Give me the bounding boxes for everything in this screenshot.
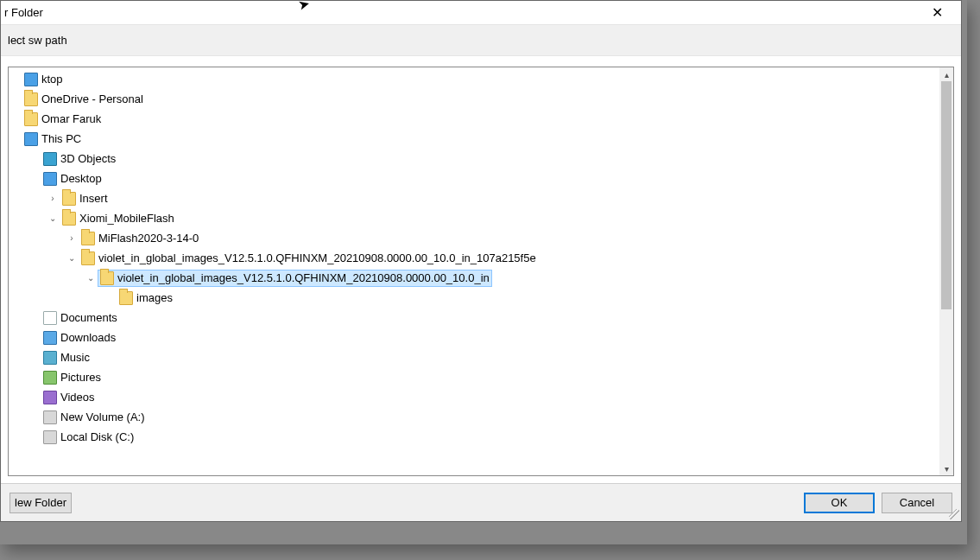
tree-item-hit[interactable]: OneDrive - Personal [22, 92, 145, 107]
tree-vol-c[interactable]: Local Disk (C:) [9, 427, 939, 447]
scroll-up-icon[interactable]: ▴ [939, 67, 953, 81]
folder-icon [24, 112, 38, 126]
tree-item-hit[interactable]: ktop [22, 72, 65, 87]
tree-xiomi[interactable]: ⌄Xiomi_MobileFlash [9, 208, 939, 228]
tree-item-label: Videos [60, 391, 95, 404]
folder-icon [24, 92, 38, 106]
tree-vol-a[interactable]: New Volume (A:) [9, 407, 939, 427]
tree-user[interactable]: Omar Faruk [9, 109, 939, 129]
tree-item-hit[interactable]: Videos [41, 390, 97, 405]
tree-item-hit[interactable]: Downloads [41, 330, 117, 346]
tree-item-hit[interactable]: MiFlash2020-3-14-0 [79, 231, 200, 246]
dialog-title: r Folder [4, 6, 920, 19]
tree-onedrive[interactable]: OneDrive - Personal [9, 89, 939, 109]
expander-icon[interactable]: › [47, 193, 59, 205]
close-icon: ✕ [932, 4, 943, 21]
tree-item-label: Local Disk (C:) [60, 430, 134, 443]
tree-music[interactable]: Music [9, 347, 939, 367]
tree-item-label: Music [60, 351, 90, 364]
drive-icon [43, 430, 57, 444]
tree-item-hit[interactable]: This PC [22, 131, 83, 147]
tree-item-hit[interactable]: Local Disk (C:) [41, 430, 136, 445]
tree-insert[interactable]: ›Insert [9, 188, 939, 208]
tree-item-hit[interactable]: 3D Objects [41, 151, 117, 167]
tree-downloads[interactable]: Downloads [9, 328, 939, 347]
folder-icon [62, 192, 76, 206]
tree-item-hit[interactable]: Omar Faruk [22, 111, 103, 127]
folder-icon [62, 212, 76, 226]
tree-item-hit[interactable]: Desktop [41, 171, 104, 187]
browse-folder-dialog: r Folder ✕ lect sw path ktopOneDrive - P… [0, 0, 962, 522]
tree-this-pc[interactable]: This PC [9, 129, 939, 149]
tree-item-label: MiFlash2020-3-14-0 [98, 232, 199, 245]
tree-item-label: New Volume (A:) [60, 410, 145, 423]
tree-item-label: Documents [60, 311, 117, 324]
resize-grip-icon[interactable] [949, 509, 959, 519]
expander-icon[interactable]: ⌄ [47, 213, 59, 225]
tree-item-label: Desktop [60, 172, 102, 185]
cancel-button[interactable]: Cancel [882, 493, 952, 513]
scroll-track[interactable] [939, 81, 953, 461]
tree-item-hit[interactable]: Insert [60, 191, 110, 207]
pictures-icon [43, 371, 57, 385]
tree-item-hit[interactable]: Xiomi_MobileFlash [60, 211, 176, 226]
folder-icon [119, 291, 133, 305]
monitor-icon [24, 132, 38, 146]
docs-icon [43, 311, 57, 325]
tree-images[interactable]: images [9, 288, 939, 308]
tree-item-label: 3D Objects [60, 152, 116, 165]
tree-item-label: images [136, 291, 173, 304]
scroll-down-icon[interactable]: ▾ [939, 461, 953, 475]
tree-item-hit[interactable]: Music [41, 350, 92, 366]
monitor-icon [24, 73, 38, 86]
dialog-content: ktopOneDrive - PersonalOmar FarukThis PC… [1, 56, 961, 483]
titlebar: r Folder ✕ [1, 1, 961, 25]
tree-item-label: OneDrive - Personal [41, 92, 143, 105]
tree-item-hit[interactable]: Pictures [41, 370, 103, 385]
tree-item-label: Omar Faruk [41, 112, 101, 125]
tree-item-label: Pictures [60, 371, 101, 384]
tree-videos[interactable]: Videos [9, 387, 939, 407]
expander-icon[interactable]: ⌄ [85, 272, 97, 284]
tree-miflash[interactable]: ›MiFlash2020-3-14-0 [9, 228, 939, 248]
videos-icon [43, 391, 57, 404]
expander-icon[interactable]: › [66, 232, 78, 245]
dialog-footer: lew Folder OK Cancel [1, 483, 961, 521]
tree-item-label: violet_in_global_images_V12.5.1.0.QFHINX… [117, 271, 490, 284]
objects3d-icon [43, 152, 57, 166]
tree-violet-outer[interactable]: ⌄violet_in_global_images_V12.5.1.0.QFHIN… [9, 248, 939, 268]
dialog-subtitle: lect sw path [1, 25, 961, 56]
tree-item-hit[interactable]: images [117, 290, 174, 306]
tree-item-hit[interactable]: Documents [41, 310, 119, 326]
tree-violet-inner[interactable]: ⌄violet_in_global_images_V12.5.1.0.QFHIN… [9, 268, 939, 288]
tree-item-label: Downloads [60, 331, 116, 344]
folder-icon [81, 251, 95, 265]
expander-icon[interactable]: ⌄ [66, 252, 78, 264]
tree-item-hit[interactable]: violet_in_global_images_V12.5.1.0.QFHINX… [79, 251, 538, 266]
tree-3d-objects[interactable]: 3D Objects [9, 149, 939, 169]
ok-button[interactable]: OK [804, 493, 875, 513]
tree-pictures[interactable]: Pictures [9, 367, 939, 387]
tree-item-label: violet_in_global_images_V12.5.1.0.QFHINX… [98, 251, 536, 264]
music-icon [43, 351, 57, 365]
vertical-scrollbar[interactable]: ▴ ▾ [939, 67, 953, 475]
tree-item-label: Insert [79, 192, 108, 205]
folder-tree-frame: ktopOneDrive - PersonalOmar FarukThis PC… [8, 67, 954, 476]
tree-item-label: This PC [41, 132, 81, 145]
scroll-thumb[interactable] [941, 81, 952, 309]
folder-icon [81, 232, 95, 245]
folder-icon [100, 271, 114, 285]
close-button[interactable]: ✕ [920, 2, 954, 24]
tree-item-hit[interactable]: New Volume (A:) [41, 410, 147, 425]
tree-item-label: Xiomi_MobileFlash [79, 212, 174, 225]
tree-item-label: ktop [41, 73, 63, 86]
downloads-icon [43, 331, 57, 345]
tree-desktop-root[interactable]: ktop [9, 69, 939, 89]
tree-item-hit[interactable]: violet_in_global_images_V12.5.1.0.QFHINX… [98, 270, 491, 286]
folder-tree[interactable]: ktopOneDrive - PersonalOmar FarukThis PC… [9, 67, 939, 475]
tree-desktop[interactable]: Desktop [9, 169, 939, 188]
monitor-icon [43, 172, 57, 186]
drive-icon [43, 410, 57, 424]
new-folder-button[interactable]: lew Folder [9, 493, 72, 513]
tree-documents[interactable]: Documents [9, 308, 939, 328]
